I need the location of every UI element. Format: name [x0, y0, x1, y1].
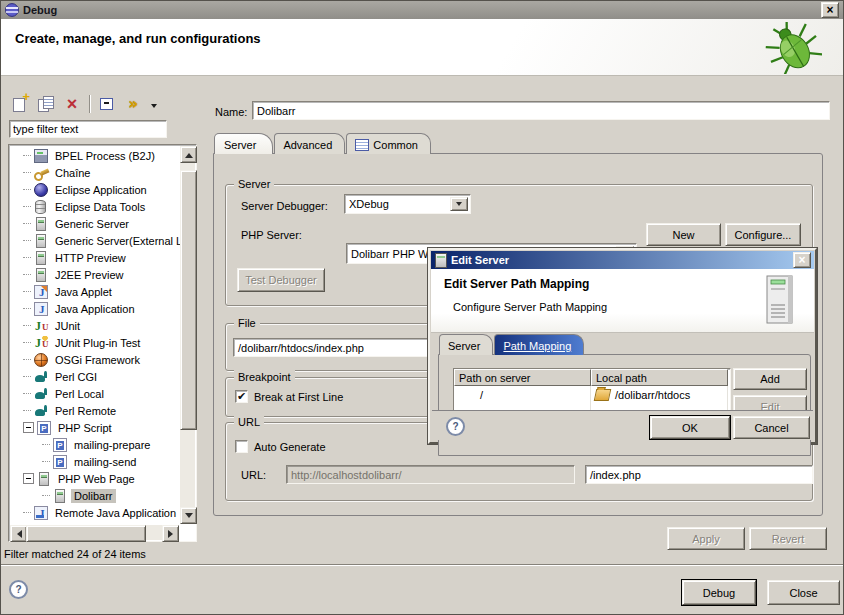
- server-debugger-select[interactable]: XDebug: [344, 194, 471, 214]
- tree-item-php-script[interactable]: PHP Script: [10, 419, 180, 436]
- java-application-icon: [34, 302, 48, 316]
- scroll-left-arrow[interactable]: [10, 525, 27, 542]
- help-icon[interactable]: ?: [9, 580, 28, 599]
- expander-minus-icon[interactable]: [23, 422, 34, 433]
- edit-server-close-button[interactable]: ×: [793, 252, 811, 268]
- tree-item-generic-server-external-la[interactable]: Generic Server(External La: [10, 232, 180, 249]
- tree-item-label: Perl Local: [52, 387, 107, 401]
- tab-common[interactable]: Common: [346, 133, 431, 154]
- edit-server-dialog: Edit Server × Edit Server Path Mapping C…: [428, 248, 817, 444]
- menu-dropdown-icon[interactable]: [148, 94, 160, 114]
- vscroll-thumb[interactable]: [180, 170, 197, 430]
- tree-item-eclipse-data-tools[interactable]: Eclipse Data Tools: [10, 198, 180, 215]
- window-titlebar[interactable]: Debug ×: [1, 1, 843, 19]
- tree-item-osgi-framework[interactable]: OSGi Framework: [10, 351, 180, 368]
- tree-item-junit[interactable]: JUnit: [10, 317, 180, 334]
- url-path-input[interactable]: /index.php: [585, 465, 813, 484]
- debug-configurations-window: Debug × Create, manage, and run configur…: [0, 0, 844, 615]
- duplicate-icon[interactable]: [35, 94, 57, 114]
- configure-server-button[interactable]: Configure...: [725, 223, 801, 246]
- scroll-right-arrow[interactable]: [162, 525, 179, 542]
- auto-generate-checkbox[interactable]: [235, 440, 248, 453]
- new-server-button[interactable]: New: [646, 223, 721, 246]
- table-header-row: Path on server Local path: [454, 369, 730, 386]
- cancel-button[interactable]: Cancel: [733, 416, 810, 439]
- debug-button[interactable]: Debug: [682, 580, 756, 605]
- tree-item-http-preview[interactable]: HTTP Preview: [10, 249, 180, 266]
- tree-item-label: Java Application: [52, 302, 138, 316]
- add-mapping-button[interactable]: Add: [733, 368, 807, 390]
- php-web-page-icon: [55, 489, 65, 503]
- url-base-input: http://localhostdolibarr/: [286, 465, 575, 484]
- tree-item-j2ee-preview[interactable]: J2EE Preview: [10, 266, 180, 283]
- column-local-path[interactable]: Local path: [591, 369, 728, 386]
- window-close-button[interactable]: ×: [821, 2, 839, 18]
- collapse-all-icon[interactable]: [96, 94, 118, 114]
- scroll-down-arrow[interactable]: [180, 507, 197, 524]
- chevron-down-icon[interactable]: [450, 197, 468, 211]
- generic-server-icon: [36, 217, 46, 231]
- expander-minus-icon[interactable]: [23, 473, 34, 484]
- tree-item-label: Perl CGI: [52, 370, 100, 384]
- revert-button[interactable]: Revert: [749, 527, 827, 550]
- hscroll-thumb[interactable]: [26, 525, 146, 542]
- path-mapping-row[interactable]: //dolibarr/htdocs: [454, 386, 730, 403]
- tab-path-mapping[interactable]: Path Mapping: [494, 334, 584, 355]
- tree-hscrollbar[interactable]: [10, 525, 179, 540]
- tree-vscrollbar[interactable]: [180, 146, 195, 524]
- ok-button[interactable]: OK: [650, 416, 730, 439]
- tree-item-mailing-send[interactable]: mailing-send: [10, 453, 180, 470]
- config-tab-bar: Server Advanced Common: [214, 133, 431, 154]
- url-label: URL:: [241, 469, 266, 481]
- scroll-up-arrow[interactable]: [180, 146, 197, 163]
- php-file-icon: [53, 438, 67, 452]
- tree-item-perl-remote[interactable]: Perl Remote: [10, 402, 180, 419]
- http-preview-icon: [36, 251, 46, 265]
- java-applet-icon: [34, 285, 48, 299]
- tree-item-eclipse-application[interactable]: Eclipse Application: [10, 181, 180, 198]
- tree-item-label: Perl Remote: [52, 404, 119, 418]
- auto-generate-label: Auto Generate: [254, 441, 326, 453]
- tree-item-label: Remote Java Application: [52, 506, 179, 520]
- edit-server-titlebar[interactable]: Edit Server ×: [431, 251, 814, 269]
- tree-item-label: Generic Server: [52, 217, 132, 231]
- delete-icon[interactable]: [61, 94, 83, 114]
- column-path-on-server[interactable]: Path on server: [454, 369, 591, 386]
- apply-button[interactable]: Apply: [667, 527, 745, 550]
- tree-item-generic-server[interactable]: Generic Server: [10, 215, 180, 232]
- break-at-first-line-checkbox[interactable]: [235, 390, 248, 403]
- break-at-first-line-label: Break at First Line: [254, 391, 343, 403]
- local-path-cell: /dolibarr/htdocs: [591, 386, 728, 403]
- tab-server-settings[interactable]: Server: [439, 334, 493, 355]
- tree-item-label: mailing-send: [71, 455, 139, 469]
- tab-advanced[interactable]: Advanced: [274, 133, 345, 154]
- tree-item-remote-java-application[interactable]: Remote Java Application: [10, 504, 180, 521]
- close-button[interactable]: Close: [767, 580, 840, 605]
- help-icon[interactable]: ?: [446, 417, 465, 436]
- tree-item-perl-cgi[interactable]: Perl CGI: [10, 368, 180, 385]
- tree-item-junit-plug-in-test[interactable]: JUnit Plug-in Test: [10, 334, 180, 351]
- tree-item-java-applet[interactable]: Java Applet: [10, 283, 180, 300]
- dialog-header-banner: Create, manage, and run configurations: [1, 19, 843, 76]
- tree-item-mailing-prepare[interactable]: mailing-prepare: [10, 436, 180, 453]
- tree-item-label: JUnit: [52, 319, 83, 333]
- perl-remote-icon: [34, 404, 48, 418]
- tree-item-label: OSGi Framework: [52, 353, 143, 367]
- tree-item-bpel-process-b2j-[interactable]: BPEL Process (B2J): [10, 147, 180, 164]
- tree-item-php-web-page[interactable]: PHP Web Page: [10, 470, 180, 487]
- tab-server[interactable]: Server: [214, 133, 273, 154]
- new-configuration-icon[interactable]: [9, 94, 31, 114]
- tree-item-java-application[interactable]: Java Application: [10, 300, 180, 317]
- footer-separator: [1, 564, 843, 566]
- name-input[interactable]: Dolibarr: [252, 101, 830, 120]
- filter-status-text: Filter matched 24 of 24 items: [4, 548, 146, 560]
- filter-icon[interactable]: [122, 94, 144, 114]
- window-title: Debug: [23, 4, 821, 16]
- tree-item-perl-local[interactable]: Perl Local: [10, 385, 180, 402]
- server-icon: [435, 253, 447, 268]
- tree-item-cha-ne[interactable]: Chaîne: [10, 164, 180, 181]
- test-debugger-button[interactable]: Test Debugger: [237, 268, 325, 292]
- filter-input[interactable]: [9, 120, 167, 138]
- tree-item-dolibarr[interactable]: Dolibarr: [10, 487, 180, 504]
- edit-server-header: Edit Server Path Mapping Configure Serve…: [431, 269, 814, 333]
